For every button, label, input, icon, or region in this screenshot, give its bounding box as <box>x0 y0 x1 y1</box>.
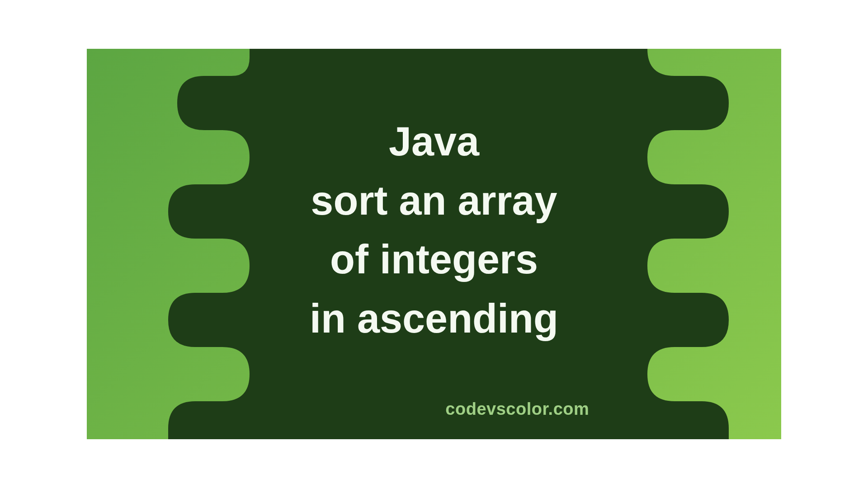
title-line: Java <box>310 112 558 171</box>
title-line: in ascending <box>310 289 558 348</box>
banner-title: Java sort an array of integers in ascend… <box>310 112 558 348</box>
banner-canvas: Java sort an array of integers in ascend… <box>87 49 781 439</box>
credit-text: codevscolor.com <box>445 399 589 419</box>
title-line: of integers <box>310 230 558 289</box>
title-line: sort an array <box>310 171 558 230</box>
